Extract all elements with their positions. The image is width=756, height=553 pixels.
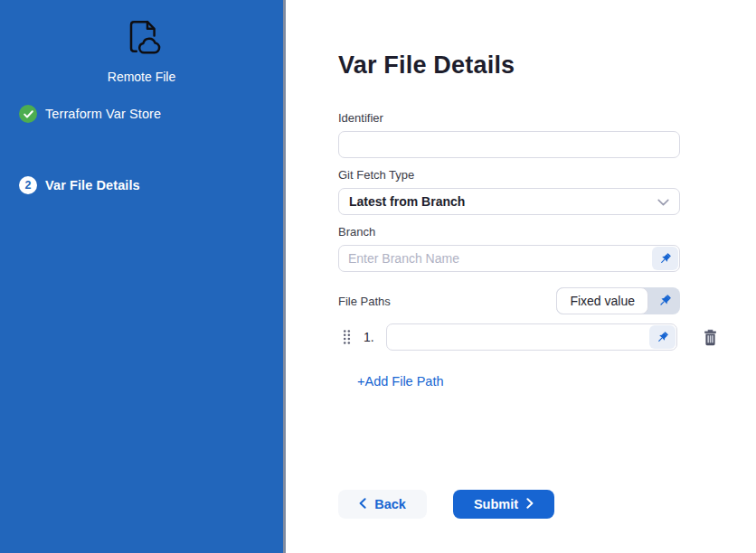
plus-icon: + <box>357 374 364 389</box>
step-complete-check-icon <box>19 105 37 123</box>
branch-label: Branch <box>338 225 680 239</box>
chevron-left-icon <box>359 497 366 511</box>
file-path-field <box>386 323 677 351</box>
file-path-input[interactable] <box>387 324 648 350</box>
file-path-row: 1. <box>338 323 736 351</box>
row-index: 1. <box>364 330 374 344</box>
drag-handle-icon[interactable] <box>343 329 351 345</box>
branch-input[interactable] <box>339 246 651 271</box>
var-file-details-panel: Var File Details Identifier Git Fetch Ty… <box>286 0 756 553</box>
submit-button[interactable]: Submit <box>453 490 554 519</box>
input-type-value: Fixed value <box>556 287 648 314</box>
step-var-file-details[interactable]: 2 Var File Details <box>0 176 283 194</box>
git-fetch-type-select[interactable]: Latest from Branch <box>338 188 680 215</box>
file-paths-input-type-selector[interactable]: Fixed value <box>556 287 680 314</box>
delete-row-trash-icon[interactable] <box>703 329 718 346</box>
back-button[interactable]: Back <box>338 490 427 519</box>
identifier-input[interactable] <box>338 131 680 158</box>
file-paths-label: File Paths <box>338 295 391 308</box>
step-terraform-var-store[interactable]: Terraform Var Store <box>0 105 283 123</box>
branch-field <box>338 245 680 272</box>
identifier-label: Identifier <box>338 111 680 125</box>
add-file-path-label: Add File Path <box>364 374 443 389</box>
add-file-path-button[interactable]: +Add File Path <box>357 374 444 389</box>
file-path-pin-button[interactable] <box>649 325 676 349</box>
remote-file-cloud-icon <box>121 17 162 61</box>
chevron-right-icon <box>526 497 534 511</box>
step-label: Terraform Var Store <box>45 107 161 121</box>
branch-pin-button[interactable] <box>652 247 678 270</box>
var-file-form: Identifier Git Fetch Type Latest from Br… <box>338 111 680 519</box>
back-button-label: Back <box>374 497 406 511</box>
submit-button-label: Submit <box>474 497 518 511</box>
wizard-steps: Terraform Var Store 2 Var File Details <box>0 105 283 194</box>
step-number-badge: 2 <box>19 176 37 194</box>
page-title: Var File Details <box>338 52 756 80</box>
chevron-down-icon <box>657 193 669 210</box>
wizard-sidebar: Remote File Terraform Var Store 2 Var Fi… <box>0 0 283 553</box>
step-label: Var File Details <box>45 178 140 192</box>
store-type-label: Remote File <box>108 70 175 84</box>
store-type-block: Remote File <box>0 0 283 84</box>
git-fetch-type-value: Latest from Branch <box>349 194 465 209</box>
pin-icon <box>648 287 680 314</box>
wizard-actions: Back Submit <box>338 490 680 519</box>
git-fetch-type-label: Git Fetch Type <box>338 168 680 182</box>
